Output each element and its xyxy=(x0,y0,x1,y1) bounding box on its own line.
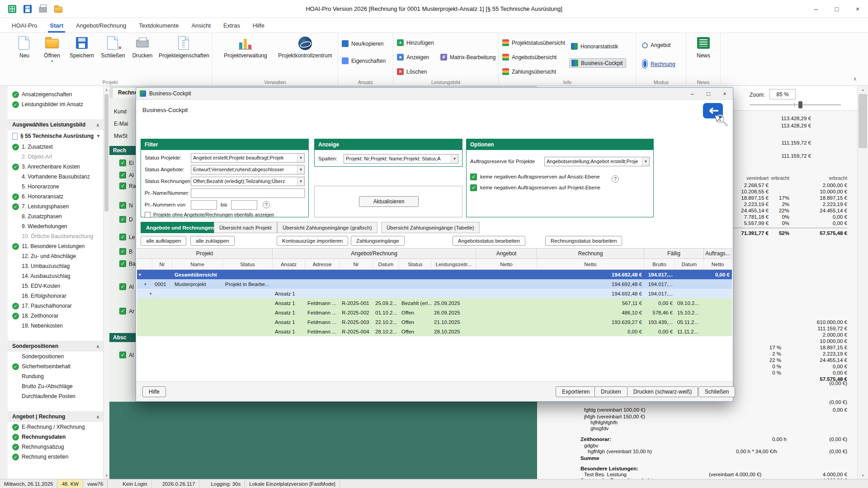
business-cockpit-button[interactable]: Business-Cockpit xyxy=(569,58,626,68)
form-checkbox-row[interactable]: ✓B xyxy=(119,248,132,255)
toolbar-button[interactable]: Angebotsstatus bearbeiten xyxy=(453,236,525,246)
project-management-button[interactable]: Projektverwaltung xyxy=(219,36,272,59)
project-status-overview-button[interactable]: Projektstatusübersicht xyxy=(502,39,565,46)
sidebar-item[interactable]: Sonderpositionen xyxy=(8,352,103,361)
sidebar-item[interactable]: ✓Rechnungsabzug xyxy=(8,442,103,452)
dialog-tab[interactable]: Angebote und Rechnungen xyxy=(141,222,219,233)
sidebar-item[interactable]: 10. Örtliche Bauüberwachung xyxy=(8,231,103,241)
zoom-slider-track[interactable] xyxy=(750,104,841,105)
scroll-up-icon[interactable]: ▴ xyxy=(858,86,868,93)
matrix-edit-button[interactable]: # Matrix-Bearbeitung xyxy=(440,54,495,61)
dialog-maximize-button[interactable]: □ xyxy=(700,88,717,100)
news-button[interactable]: News xyxy=(693,36,713,59)
payment-overview-button[interactable]: Zahlungsübersicht xyxy=(502,68,556,75)
table-row[interactable]: ▾Ansatz 1194.692,48 €194.017,... xyxy=(137,289,732,298)
cockpit-print-bw-button[interactable]: Drucken (schwarz-weiß) xyxy=(627,386,698,397)
close-button[interactable]: × xyxy=(847,0,868,18)
toolbar-button[interactable]: alle aufklappen xyxy=(141,236,186,246)
sidebar-leistungsbild-selector[interactable]: § 55 Technische Ausrüstung▼ xyxy=(8,130,103,142)
sidebar-item[interactable]: 14. Ausbauzuschlag xyxy=(8,271,103,281)
sidebar-item[interactable]: 4. Vorhandene Bausubstanz xyxy=(8,172,103,182)
checkbox-checked-icon[interactable]: ✓ xyxy=(470,184,477,191)
table-row[interactable]: ▾Gesamtübersicht194.692,48 €194.017,...0… xyxy=(137,270,732,279)
open-folder-icon[interactable] xyxy=(54,7,62,13)
dialog-close-button[interactable]: × xyxy=(717,88,733,100)
ribbon-collapse-button[interactable]: ∧ xyxy=(850,75,860,83)
sidebar-item[interactable]: Rundung xyxy=(8,371,103,381)
sidebar-section-header[interactable]: Ausgewähltes Leistungsbild∧ xyxy=(8,119,103,130)
toolbar-button[interactable]: alle zuklappen xyxy=(190,236,235,246)
checkbox-checked-icon[interactable]: ✓ xyxy=(470,174,477,180)
sidebar-item[interactable]: ✓7. Leistungsphasen xyxy=(8,202,103,211)
sidebar-item[interactable]: ✓11. Besondere Leistungen xyxy=(8,241,103,251)
project-properties-button[interactable]: Projekteigenschaften xyxy=(157,36,211,59)
project-control-center-button[interactable]: Projektkontrollzentrum xyxy=(276,36,335,59)
cockpit-print-button[interactable]: Drucken xyxy=(594,386,627,397)
table-row[interactable]: Ansatz 1Feldmann ...R-2025-00125.09.2...… xyxy=(137,298,732,308)
sidebar-item[interactable]: ✓Leistungsbilder im Ansatz xyxy=(8,99,103,109)
form-checkbox-row[interactable]: ✓Ba xyxy=(119,260,136,267)
form-checkbox-row[interactable]: ✓D xyxy=(119,216,133,223)
add-leistungsbild-button[interactable]: + Hinzufügen xyxy=(397,39,434,46)
form-checkbox-row[interactable]: ✓Al xyxy=(119,283,134,290)
cockpit-export-button[interactable]: Exportieren xyxy=(556,386,596,397)
sidebar-item[interactable]: 8. Zusatzphasen xyxy=(8,211,103,221)
pr-nummer-bis-input[interactable] xyxy=(231,200,257,210)
sidebar-section-header[interactable]: Sonderpositionen∧ xyxy=(8,341,103,352)
scroll-down-icon[interactable]: ▾ xyxy=(858,472,868,479)
sidebar-item[interactable]: 19. Nebenkosten xyxy=(8,321,103,331)
toolbar-button[interactable]: Rechnungsstatus bearbeiten xyxy=(545,236,622,246)
status-rechnungen-select[interactable]: Offen;Bezahlt (erledigt);Teilzahlung;Übe… xyxy=(191,177,305,186)
print-button[interactable]: Drucken xyxy=(129,36,156,59)
cockpit-close-dialog-button[interactable]: Schließen xyxy=(698,386,735,397)
new-copy-button[interactable]: Neu/kopieren xyxy=(342,40,383,47)
sidebar-item[interactable]: ✓Sicherheitseinbehalt xyxy=(8,361,103,371)
pr-nummer-von-input[interactable] xyxy=(191,200,217,210)
pr-name-input[interactable] xyxy=(191,188,305,198)
offer-overview-button[interactable]: Angebotsübersicht xyxy=(502,54,557,61)
sidebar-item[interactable]: ✓1. Zusatztext xyxy=(8,142,103,152)
scroll-down-icon[interactable]: ▾ xyxy=(104,472,109,479)
zoom-slider-handle[interactable] xyxy=(798,101,802,108)
menu-tab[interactable]: Ansicht xyxy=(185,18,217,33)
print-icon[interactable] xyxy=(39,7,47,13)
menu-tab[interactable]: Extras xyxy=(217,18,246,33)
spalten-select[interactable]: Projekt: Nr;Projekt: Name;Projekt: Statu… xyxy=(344,154,458,164)
open-button[interactable]: Öffnen ▾ xyxy=(39,36,65,63)
sidebar-item[interactable]: ✓Rechnung erstellen xyxy=(8,452,103,462)
save-icon[interactable] xyxy=(24,5,32,13)
scroll-up-icon[interactable]: ▴ xyxy=(104,86,109,93)
dialog-tab[interactable]: Übersicht nach Projekt xyxy=(214,222,277,233)
sidebar-item[interactable]: Durchlaufende Posten xyxy=(8,391,103,401)
cockpit-help-button[interactable]: Hilfe xyxy=(142,386,166,397)
mode-angebot-button[interactable]: Angebot xyxy=(642,42,671,48)
table-row[interactable]: Ansatz 1Feldmann ...R-2025-00201.10.2...… xyxy=(137,308,732,317)
dialog-minimize-button[interactable]: – xyxy=(684,88,700,100)
table-row[interactable]: Ansatz 1Feldmann ...R-2025-00322.10.2...… xyxy=(137,317,732,327)
sidebar-item[interactable]: ✓17. Pauschalhonorar xyxy=(8,301,103,311)
sidebar-item[interactable]: ✓E-Rechnung / XRechnung xyxy=(8,422,103,432)
dialog-tab[interactable]: Übersicht Zahlungseingänge (grafisch) xyxy=(277,222,377,233)
scrollbar-thumb[interactable] xyxy=(859,94,867,148)
toolbar-button[interactable]: Zahlungseingänge xyxy=(351,236,405,246)
scrollbar-thumb[interactable] xyxy=(104,94,108,211)
sidebar-item[interactable]: 9. Wiederholungen xyxy=(8,221,103,231)
help-icon[interactable]: ? xyxy=(263,201,270,208)
form-checkbox-row[interactable]: ✓Le xyxy=(119,234,135,240)
refresh-button[interactable]: Aktualisieren xyxy=(359,196,419,207)
sidebar-section-header[interactable]: Angebot | Rechnung∧ xyxy=(8,411,103,422)
form-checkbox-row[interactable]: ✓Al xyxy=(119,172,134,178)
table-row[interactable]: ▾0001MusterprojektProjekt in Bearbe...19… xyxy=(137,279,732,289)
table-row[interactable]: Ansatz 1Feldmann ...R-2025-00428.10.2...… xyxy=(137,327,732,336)
sidebar-item[interactable]: 13. Umbauzuschlag xyxy=(8,261,103,271)
menu-tab[interactable]: Angebot/Rechnung xyxy=(70,18,132,33)
dialog-titlebar[interactable]: Business-Cockpit – □ × xyxy=(136,88,733,100)
zoom-value[interactable]: 85 % xyxy=(769,89,796,99)
new-button[interactable]: Neu xyxy=(12,36,37,59)
dropdown-arrow-icon[interactable]: ▼ xyxy=(96,134,100,138)
sidebar-item[interactable]: 16. Erfolgshonorar xyxy=(8,291,103,301)
menu-tab[interactable]: Start xyxy=(43,18,70,33)
menu-tab[interactable]: HOAI-Pro xyxy=(5,18,43,33)
delete-leistungsbild-button[interactable]: × Löschen xyxy=(397,68,427,75)
dialog-tab[interactable]: Übersicht Zahlungseingänge (Tabelle) xyxy=(381,222,480,233)
